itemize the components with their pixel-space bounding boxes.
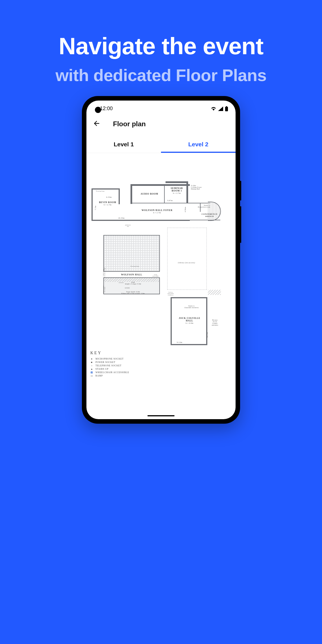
- note-curtains: curtains: [119, 282, 124, 283]
- note-screen: screen: [125, 287, 130, 289]
- back-button[interactable]: [93, 119, 101, 129]
- dim-jock-w: 9.12m: [177, 341, 182, 343]
- svg-rect-1: [225, 107, 228, 111]
- map-key: KEY ●MICROPHONE SOCKET ■POWER SOCKET ○TE…: [90, 351, 129, 378]
- home-indicator: [147, 415, 175, 416]
- note-ramp-access: ramp access to front of stage: [103, 267, 105, 278]
- room-conference-label: CONFERENCE OFFICE: [201, 213, 218, 217]
- dim-foyer-h: 4.56m: [184, 207, 186, 212]
- note-stairs-arch: Stairs to Churchill Archives: [183, 305, 200, 308]
- room-library-label: Library (no access): [175, 262, 198, 264]
- room-bevin-label: BEVIN ROOMh = 2.7m: [98, 201, 118, 206]
- note-stairs-proj: Stairs to Projection room: [196, 204, 210, 208]
- camera-cutout: [95, 107, 101, 113]
- note-to-bar: To Bar College Foyer Dining Hall: [191, 185, 207, 190]
- room-foyer-label: WOLFSON HALL FOYERh = 2.7m: [137, 209, 177, 214]
- note-stage-depth: Stage depth: 6.0m Either side of the scr…: [118, 291, 149, 294]
- tab-level-1[interactable]: Level 1: [86, 133, 161, 153]
- room-jock-label: JOCK COLVILLE HALLh = 6.0m: [177, 317, 202, 324]
- room-audio-label: AUDIO ROOM: [140, 193, 159, 195]
- page-title: Floor plan: [113, 120, 146, 128]
- status-bar: 12:00: [86, 101, 236, 112]
- cellular-icon: [218, 106, 223, 111]
- room-library: [167, 228, 207, 290]
- dim-bevin-h: 7.7m: [94, 206, 97, 210]
- note-stage-access: stage access via steps: [103, 284, 105, 295]
- battery-icon: [225, 106, 228, 111]
- hero-title: Navigate the event: [0, 32, 322, 60]
- hearing-loop-wolfson: Hearing loop: [130, 266, 139, 267]
- tab-level-2[interactable]: Level 2: [161, 133, 236, 153]
- hearing-loop-bevin: Hearing loop: [96, 190, 105, 192]
- note-steps: steps moveable: [151, 274, 160, 277]
- dim-audio-w: 5.87m: [167, 199, 173, 202]
- wifi-icon: [211, 106, 216, 111]
- tabs: Level 1 Level 2: [86, 133, 236, 153]
- arrow-back-icon: [93, 119, 101, 127]
- status-time: 12:00: [100, 106, 113, 112]
- note-platform-lift: platform lift: [124, 224, 132, 227]
- dim-jock-d: 12.7m: [206, 332, 208, 338]
- phone-screen: 12:00 Floor plan Level 1 Level 2 BEVIN R…: [86, 101, 236, 419]
- room-seminar-label: SEMINAR ROOM 1h = 2.7m: [168, 187, 185, 194]
- phone-frame: 12:00 Floor plan Level 1 Level 2 BEVIN R…: [82, 96, 240, 424]
- dim-bevin-w: 6.33m: [106, 196, 112, 198]
- app-bar: Floor plan: [86, 112, 236, 133]
- room-wolfson-label: WOLFSON HALL: [118, 273, 146, 276]
- hero-subtitle: with dedicated Floor Plans: [0, 66, 322, 85]
- svg-rect-0: [226, 106, 227, 107]
- dim-foyer: 18.35m: [118, 217, 125, 219]
- floor-plan-canvas[interactable]: BEVIN ROOMh = 2.7m 6.33m 7.7m Hearing lo…: [86, 153, 236, 385]
- key-title: KEY: [90, 351, 129, 355]
- note-stage: stage height of stage: 0.5m: [120, 281, 146, 285]
- note-bronze: Bronze doors formal entrance: [210, 319, 220, 326]
- note-lift-arch: Lift to Churchill Archives: [166, 291, 176, 296]
